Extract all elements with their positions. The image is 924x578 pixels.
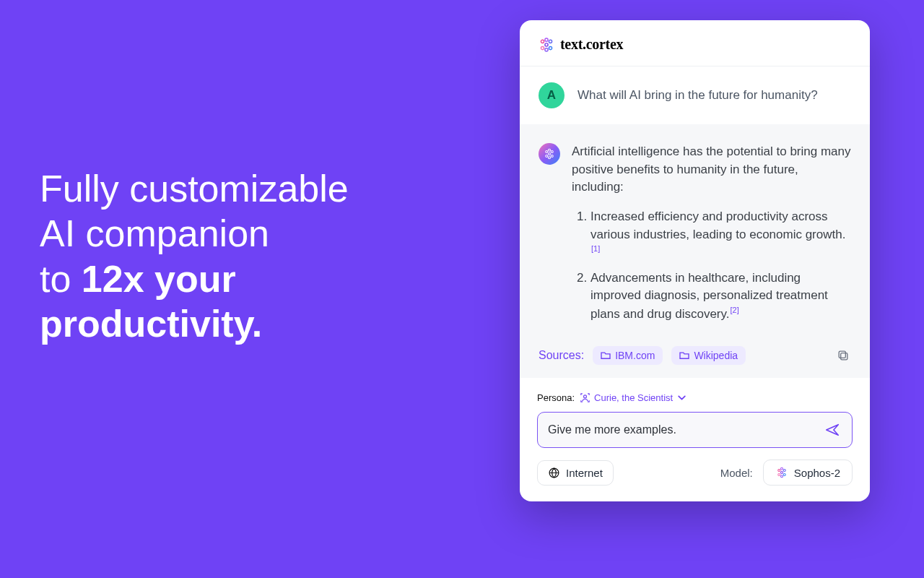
globe-icon (548, 467, 560, 479)
svg-point-18 (778, 470, 780, 472)
user-message-text: What will AI bring in the future for hum… (578, 88, 818, 103)
svg-point-4 (545, 48, 548, 51)
svg-point-5 (541, 46, 544, 49)
send-icon (824, 422, 840, 438)
chevron-down-icon (677, 393, 687, 402)
copy-button[interactable] (835, 348, 851, 363)
svg-point-1 (545, 38, 548, 41)
svg-point-7 (546, 151, 548, 153)
user-avatar-initial: A (547, 88, 556, 103)
svg-point-6 (545, 43, 548, 46)
svg-rect-15 (839, 351, 845, 358)
footer-bottom-row: Internet Model: Sophos-2 (537, 460, 853, 486)
ai-point: Increased efficiency and productivity ac… (590, 208, 851, 262)
message-input-wrap (537, 412, 853, 448)
headline-line-3-prefix: to (40, 258, 82, 300)
source-chip[interactable]: IBM.com (593, 346, 663, 365)
ai-avatar (539, 143, 560, 165)
persona-label: Persona: (537, 392, 575, 403)
svg-point-21 (783, 474, 785, 476)
marketing-headline: Fully customizable AI companion to 12x y… (40, 166, 349, 347)
headline-line-3-bold: 12x your (82, 258, 236, 300)
internet-toggle-label: Internet (566, 467, 603, 479)
folder-icon (679, 351, 689, 360)
user-avatar: A (539, 82, 565, 108)
svg-rect-14 (841, 353, 847, 360)
ai-intro-text: Artificial intelligence has the potentia… (572, 143, 851, 197)
svg-point-22 (780, 475, 783, 478)
headline-line-1: Fully customizable (40, 168, 349, 210)
persona-selector[interactable]: Curie, the Scientist (580, 392, 687, 403)
ai-point-text: Increased efficiency and productivity ac… (590, 210, 845, 241)
ai-points-list: Increased efficiency and productivity ac… (572, 208, 851, 323)
internet-toggle[interactable]: Internet (537, 460, 614, 486)
message-input[interactable] (548, 423, 823, 436)
source-chip-label: IBM.com (615, 350, 655, 361)
svg-point-3 (549, 46, 552, 49)
svg-point-8 (549, 149, 551, 151)
send-button[interactable] (823, 420, 842, 439)
svg-point-20 (783, 470, 785, 472)
headline-line-4-bold: productivity. (40, 303, 262, 345)
sources-label: Sources: (539, 349, 584, 362)
svg-point-23 (778, 474, 780, 476)
model-value: Sophos-2 (794, 467, 840, 479)
persona-row: Persona: Curie, the Scientist (537, 392, 853, 403)
model-logo-icon (775, 466, 788, 479)
ai-point: Advancements in healthcare, including im… (590, 269, 851, 324)
svg-point-9 (551, 151, 553, 153)
ai-point-ref: [1] (591, 244, 600, 253)
folder-icon (601, 351, 611, 360)
card-header: text.cortex (520, 20, 870, 66)
user-message-row: A What will AI bring in the future for h… (520, 66, 870, 124)
svg-point-24 (780, 472, 783, 474)
persona-icon (580, 393, 590, 402)
ai-point-text: Advancements in healthcare, including im… (590, 271, 828, 321)
copy-icon (836, 348, 850, 363)
svg-point-13 (549, 153, 551, 155)
svg-point-12 (546, 155, 548, 158)
svg-point-0 (541, 40, 544, 43)
card-footer: Persona: Curie, the Scientist (520, 378, 870, 501)
svg-point-19 (780, 467, 783, 470)
svg-point-2 (549, 40, 552, 43)
svg-point-16 (584, 395, 587, 398)
headline-line-2: AI companion (40, 212, 269, 254)
brand-name: text.cortex (560, 36, 623, 53)
persona-value: Curie, the Scientist (594, 392, 673, 403)
sources-row: Sources: IBM.com Wikipedia (539, 346, 851, 365)
svg-point-10 (551, 155, 553, 158)
ai-answer-block: Artificial intelligence has the potentia… (520, 124, 870, 378)
brand-logo-icon (539, 37, 554, 53)
model-label: Model: (720, 467, 753, 479)
svg-point-11 (549, 157, 551, 159)
ai-answer-body: Artificial intelligence has the potentia… (572, 143, 851, 330)
source-chip[interactable]: Wikipedia (671, 346, 746, 365)
ai-point-ref: [2] (730, 306, 738, 314)
model-selector[interactable]: Sophos-2 (763, 460, 853, 486)
chat-card: text.cortex A What will AI bring in the … (520, 20, 870, 501)
source-chip-label: Wikipedia (694, 350, 738, 361)
